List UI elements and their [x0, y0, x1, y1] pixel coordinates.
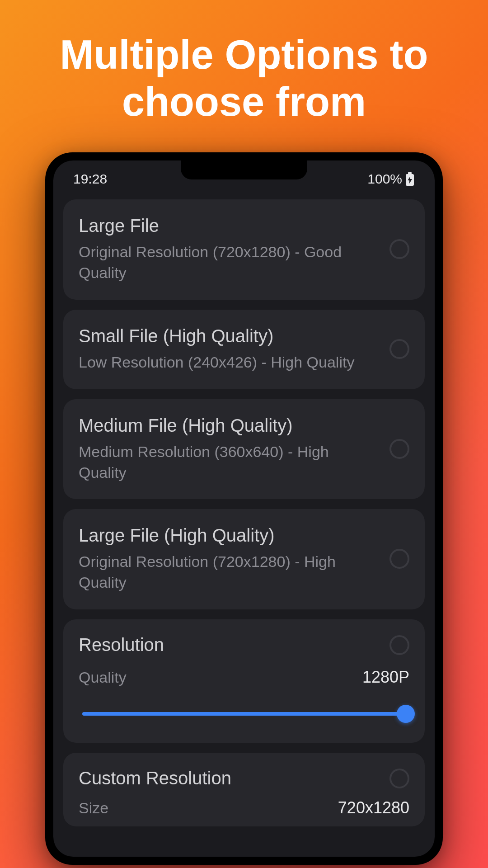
radio-icon[interactable] — [389, 635, 409, 655]
battery-icon — [405, 172, 415, 186]
options-list: Large File Original Resolution (720x1280… — [53, 195, 435, 826]
svg-rect-0 — [408, 172, 412, 174]
option-text: Large File (High Quality) Original Resol… — [79, 524, 380, 593]
resolution-quality-label: Quality — [79, 669, 127, 686]
option-text: Small File (High Quality) Low Resolution… — [79, 325, 380, 373]
phone-frame: 19:28 100% Large File Original Resolutio… — [45, 152, 443, 865]
radio-icon[interactable] — [389, 339, 409, 359]
resolution-title: Resolution — [79, 635, 164, 655]
option-subtitle: Original Resolution (720x1280) - High Qu… — [79, 552, 380, 593]
custom-resolution-title: Custom Resolution — [79, 768, 231, 788]
phone-screen: 19:28 100% Large File Original Resolutio… — [53, 160, 435, 857]
option-text: Large File Original Resolution (720x1280… — [79, 215, 380, 283]
radio-icon[interactable] — [389, 769, 409, 788]
option-resolution[interactable]: Resolution Quality 1280P — [63, 619, 425, 743]
option-custom-resolution[interactable]: Custom Resolution Size 720x1280 — [63, 753, 425, 826]
status-time: 19:28 — [73, 171, 107, 187]
option-subtitle: Original Resolution (720x1280) - Good Qu… — [79, 242, 380, 283]
option-text: Medium File (High Quality) Medium Resolu… — [79, 415, 380, 483]
option-title: Medium File (High Quality) — [79, 415, 380, 436]
option-subtitle: Medium Resolution (360x640) - High Quali… — [79, 442, 380, 483]
radio-icon[interactable] — [389, 439, 409, 459]
option-title: Large File — [79, 215, 380, 236]
status-battery-text: 100% — [367, 171, 402, 187]
custom-size-value: 720x1280 — [338, 798, 409, 817]
quality-slider[interactable] — [82, 705, 406, 723]
option-medium-file-hq[interactable]: Medium File (High Quality) Medium Resolu… — [63, 399, 425, 500]
resolution-quality-value: 1280P — [362, 668, 409, 687]
slider-thumb[interactable] — [397, 705, 415, 723]
page-title: Multiple Options to choose from — [0, 0, 488, 152]
status-right: 100% — [367, 171, 415, 187]
custom-size-label: Size — [79, 799, 108, 817]
option-title: Large File (High Quality) — [79, 524, 380, 546]
radio-icon[interactable] — [389, 239, 409, 259]
phone-notch — [181, 160, 307, 179]
option-title: Small File (High Quality) — [79, 325, 380, 347]
slider-fill — [82, 712, 406, 716]
option-large-file-hq[interactable]: Large File (High Quality) Original Resol… — [63, 509, 425, 609]
option-small-file-hq[interactable]: Small File (High Quality) Low Resolution… — [63, 310, 425, 389]
option-subtitle: Low Resolution (240x426) - High Quality — [79, 352, 380, 373]
radio-icon[interactable] — [389, 549, 409, 569]
option-large-file[interactable]: Large File Original Resolution (720x1280… — [63, 199, 425, 300]
